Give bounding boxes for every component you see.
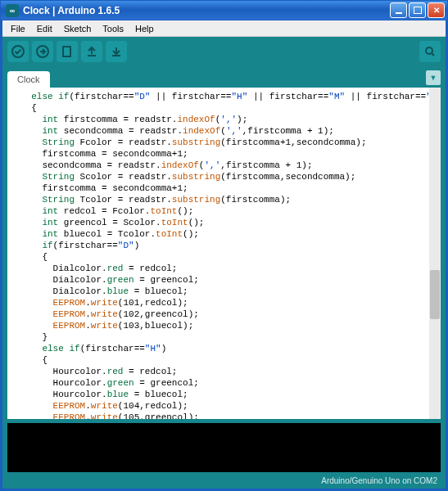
board-port-label: Arduino/Genuino Uno on COM2 <box>321 476 437 485</box>
save-button[interactable] <box>106 41 127 62</box>
window-title: Clock | Arduino 1.6.5 <box>23 5 390 16</box>
menu-file[interactable]: File <box>6 22 30 35</box>
tab-bar: Clock ▼ <box>2 66 446 88</box>
svg-rect-2 <box>63 47 70 56</box>
upload-button[interactable] <box>32 41 53 62</box>
menu-help[interactable]: Help <box>130 22 159 35</box>
menu-tools[interactable]: Tools <box>97 22 129 35</box>
tab-menu-button[interactable]: ▼ <box>426 70 441 85</box>
svg-point-3 <box>426 47 432 54</box>
menu-sketch[interactable]: Sketch <box>59 22 97 35</box>
titlebar[interactable]: ∞ Clock | Arduino 1.6.5 <box>0 0 448 20</box>
editor-area: else if(firstchar=="D" || firstchar=="H"… <box>7 88 441 419</box>
verify-button[interactable] <box>7 41 29 62</box>
scroll-thumb[interactable] <box>430 270 440 319</box>
menu-edit[interactable]: Edit <box>32 22 57 35</box>
new-button[interactable] <box>57 41 78 62</box>
window-controls <box>390 2 445 18</box>
serial-monitor-button[interactable] <box>419 41 441 62</box>
maximize-button[interactable] <box>409 2 426 18</box>
menubar: File Edit Sketch Tools Help <box>2 20 446 37</box>
tab-clock[interactable]: Clock <box>7 71 50 88</box>
open-button[interactable] <box>81 41 102 62</box>
app-icon: ∞ <box>6 4 19 17</box>
close-button[interactable] <box>428 2 445 18</box>
status-bar: Arduino/Genuino Uno on COM2 <box>2 472 446 489</box>
code-editor[interactable]: else if(firstchar=="D" || firstchar=="H"… <box>7 88 429 419</box>
vertical-scrollbar[interactable] <box>429 88 441 419</box>
minimize-button[interactable] <box>390 2 407 18</box>
output-console[interactable] <box>7 423 441 472</box>
toolbar <box>2 37 446 66</box>
